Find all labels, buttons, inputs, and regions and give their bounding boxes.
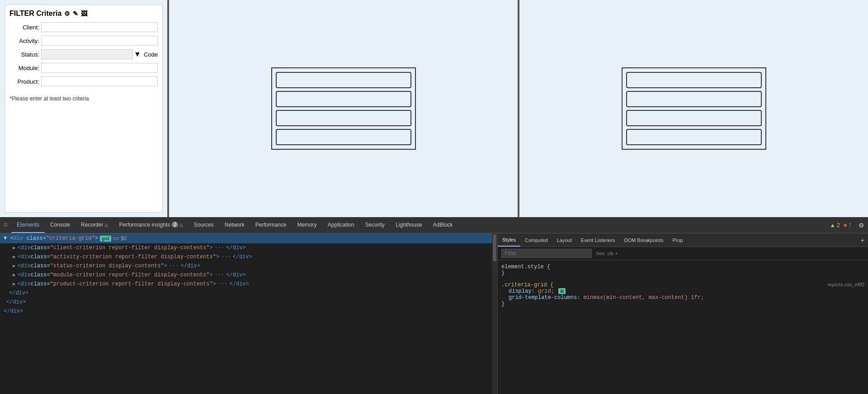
middle-section [168,0,519,217]
tab-performance[interactable]: Performance [250,217,292,233]
right-box-4 [626,129,762,145]
html-line-close-3: </div> [0,307,497,316]
performance-insights-badge: 2 [172,222,178,228]
tab-recorder[interactable]: Recorder △ [75,217,113,233]
element-style-close: } [501,270,864,276]
tab-memory[interactable]: Memory [292,217,322,233]
styles-tab-event-listeners[interactable]: Event Listeners [576,233,620,247]
settings-icon[interactable]: ⚙ [855,222,868,229]
html-dollar-zero: == $0 [113,235,127,242]
right-section [519,0,868,217]
add-style-button[interactable]: + [857,237,868,244]
html-grid-badge: grid [100,236,111,242]
tab-security[interactable]: Security [360,217,390,233]
filter-panel: FILTER Criteria ⚙ ✎ 🖼 Client: Activity: … [5,5,163,213]
styles-tab-styles[interactable]: Styles [498,233,520,247]
criteria-grid-close: } [501,301,864,307]
criteria-grid-selector-line: reports.css_ef00 .criteria-grid { [501,282,864,288]
filter-title-text: FILTER Criteria [9,9,61,18]
right-boxes-container [622,67,766,150]
html-highlight-bar[interactable]: ▼ <div class="criteria-grid"> grid == $0 [0,233,497,243]
expand-icon-product[interactable]: ▶ [13,280,16,288]
criteria-grid-block: reports.css_ef00 .criteria-grid { displa… [501,282,864,307]
styles-tab-computed[interactable]: Computed [520,233,552,247]
activity-row: Activity: [9,36,158,46]
code-label: Code [144,51,158,58]
gear-icon[interactable]: ⚙ [64,10,70,17]
warning-count: ▲ 2 [830,222,840,228]
product-label: Product: [9,78,41,85]
html-line-activity[interactable]: ▶ <div class="activity-criterion report-… [0,252,497,261]
element-style-block: element.style { } [501,264,864,276]
html-line-status[interactable]: ▶ <div class="status-criterion display-c… [0,261,497,271]
status-label: Status: [9,51,41,58]
middle-box-2 [276,91,411,107]
error-count: ■ 7 [844,222,851,228]
styles-tab-layout[interactable]: Layout [552,233,576,247]
styles-filter-row: :hov .cls + [498,247,868,260]
status-select[interactable] [41,49,133,59]
tab-console[interactable]: Console [45,217,75,233]
devtools-panel: ⊡ Elements Console Recorder △ Performanc… [0,217,868,394]
html-scrollbar[interactable] [492,233,497,394]
expand-icon-status[interactable]: ▶ [13,262,16,270]
filter-note: *Please enter at least two criteria [9,95,158,102]
tab-sources[interactable]: Sources [189,217,219,233]
middle-box-3 [276,110,411,126]
devtools-warning[interactable]: ▲ 2 ■ 7 [830,222,855,228]
styles-content: element.style { } reports.css_ef00 .crit… [498,260,868,394]
expand-icon-activity[interactable]: ▶ [13,253,16,261]
edit-icon[interactable]: ✎ [73,10,78,17]
status-select-container: ▼ Code [41,49,158,59]
module-label: Module: [9,65,41,71]
product-input[interactable] [41,76,158,86]
status-row: Status: ▼ Code [9,49,158,59]
tab-adblock[interactable]: AdBlock [428,217,458,233]
devtools-body: ▼ <div class="criteria-grid"> grid == $0… [0,233,868,394]
activity-input[interactable] [41,36,158,46]
html-line-product[interactable]: ▶ <div class="product-criterion report-f… [0,280,497,289]
dropdown-arrow-icon: ▼ [134,50,141,58]
right-box-1 [626,72,762,88]
middle-boxes-container [271,67,416,150]
html-panel: ▼ <div class="criteria-grid"> grid == $0… [0,233,497,394]
styles-pseudo-options[interactable]: :hov .cls + [595,251,618,256]
html-line-close-2: </div> [0,298,497,307]
html-line-client[interactable]: ▶ <div class="client-criterion report-fi… [0,243,497,252]
tab-lighthouse[interactable]: Lighthouse [390,217,428,233]
filter-title: FILTER Criteria ⚙ ✎ 🖼 [9,9,158,18]
image-icon[interactable]: 🖼 [81,10,87,17]
devtools-toolbar: ⊡ Elements Console Recorder △ Performanc… [0,217,868,233]
right-box-2 [626,91,762,107]
recorder-icon: △ [104,222,108,227]
module-input[interactable] [41,63,158,73]
style-grid-template-prop: grid-template-columns: minmax(min-conten… [501,294,864,301]
styles-panel: Styles Computed Layout Event Listeners D… [497,233,868,394]
styles-tab-dom-breakpoints[interactable]: DOM Breakpoints [620,233,668,247]
performance-insights-icon: △ [179,222,183,227]
client-row: Client: [9,22,158,32]
html-highlight-div: ▼ <div class="criteria-grid"> [4,235,98,242]
product-row: Product: [9,76,158,86]
right-box-3 [626,110,762,126]
grid-badge: ⊞ [558,288,566,294]
style-display-prop: display: grid; ⊞ [501,288,864,294]
styles-filter-input[interactable] [501,249,592,258]
middle-box-1 [276,72,411,88]
expand-icon-module[interactable]: ▶ [13,271,16,279]
main-content-area: FILTER Criteria ⚙ ✎ 🖼 Client: Activity: … [0,0,868,217]
client-input[interactable] [41,22,158,32]
styles-tabs: Styles Computed Layout Event Listeners D… [498,233,868,247]
activity-label: Activity: [9,38,41,44]
element-style-selector: element.style { [501,264,864,270]
module-row: Module: [9,63,158,73]
tab-elements[interactable]: Elements [11,217,45,233]
expand-icon-client[interactable]: ▶ [13,244,16,252]
html-line-module[interactable]: ▶ <div class="module-criterion report-fi… [0,271,497,280]
tab-performance-insights[interactable]: Performance insights 2 △ [113,217,188,233]
tab-application[interactable]: Application [322,217,360,233]
tab-network[interactable]: Network [219,217,250,233]
html-line-close-1: </div> [0,289,497,298]
devtools-icon-tab[interactable]: ⊡ [0,217,11,233]
styles-tab-prop[interactable]: Prop [668,233,687,247]
